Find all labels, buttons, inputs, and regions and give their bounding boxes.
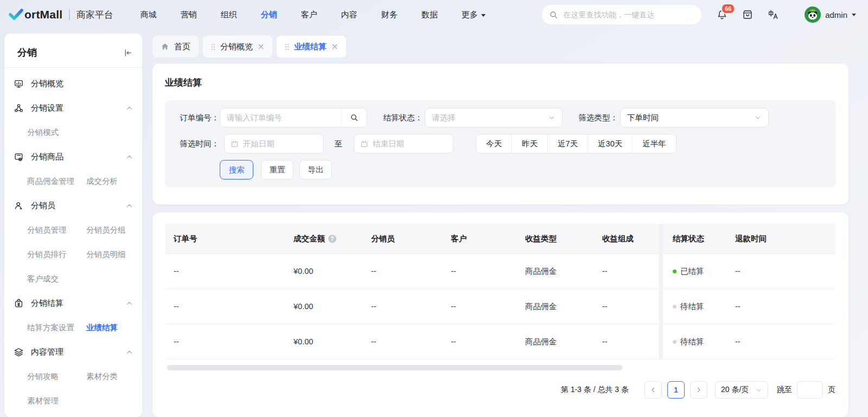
sidebar-subrow: 结算方案设置 业绩结算	[4, 316, 142, 340]
next-page-button[interactable]	[690, 381, 707, 399]
topbar: ortMall 商家平台 商城 营销 组织 分销 客户 内容 财务 数据 更多	[0, 0, 868, 29]
sidebar-item-commission[interactable]: 商品佣金管理	[27, 176, 86, 187]
reset-button[interactable]: 重置	[261, 160, 293, 179]
quick-range-half-year[interactable]: 近半年	[632, 134, 676, 153]
search-button[interactable]: 搜索	[220, 160, 253, 179]
nav-item-marketing[interactable]: 营销	[181, 10, 197, 20]
sidebar-item-label: 分销结算	[31, 298, 63, 309]
quick-range-yesterday[interactable]: 昨天	[512, 134, 547, 153]
pagination: 第 1-3 条 / 总共 3 条 1 20 条/页 跳至 页	[561, 381, 835, 399]
store-button[interactable]	[742, 9, 754, 21]
col-income-comp: 收益组成	[602, 234, 659, 244]
jump-page-input[interactable]	[802, 386, 818, 394]
cell-settle-status: 已结算	[673, 266, 735, 277]
order-number-input[interactable]	[227, 113, 335, 122]
nav-item-more[interactable]: 更多	[462, 10, 486, 20]
start-date-input[interactable]: 开始日期	[224, 134, 324, 153]
sidebar-item-deal-analysis[interactable]: 成交分析	[86, 176, 118, 187]
sidebar-item-material-manage[interactable]: 素材管理	[27, 396, 86, 406]
sidebar-title: 分销	[17, 46, 37, 59]
date-placeholder: 开始日期	[243, 139, 275, 149]
col-income-type: 收益类型	[525, 234, 602, 244]
sidebar-item-dist-group[interactable]: 分销员分组	[86, 225, 126, 235]
search-icon	[549, 10, 558, 20]
col-refund-time: 退款时间	[735, 234, 835, 244]
sidebar-group-goods[interactable]: 分销商品	[4, 145, 142, 169]
money-pouch-icon	[14, 298, 24, 309]
sidebar-subrow: 商品佣金管理 成交分析	[4, 169, 142, 194]
sidebar-item-customer-deal[interactable]: 客户成交	[27, 274, 86, 284]
filter-type-select[interactable]: 下单时间	[620, 108, 769, 127]
quick-range-7d[interactable]: 近7天	[547, 134, 588, 153]
calendar-icon	[231, 140, 239, 148]
cell-distributor: --	[371, 302, 451, 311]
sidebar-item-mode[interactable]: 分销模式	[27, 127, 86, 138]
prev-page-button[interactable]	[644, 381, 662, 399]
home-icon	[161, 42, 169, 51]
nav-item-org[interactable]: 组织	[221, 10, 237, 20]
cell-customer: --	[451, 337, 525, 346]
sidebar-item-dist-manage[interactable]: 分销员管理	[27, 225, 86, 235]
nav-item-distribution[interactable]: 分销	[261, 10, 277, 20]
sidebar-item-dist-rank[interactable]: 分销员排行	[27, 249, 86, 260]
sidebar-item-label: 分销商品	[31, 152, 63, 162]
sidebar-group-settings[interactable]: 分销设置	[4, 96, 142, 120]
tab-label: 首页	[174, 42, 190, 52]
close-icon[interactable]	[258, 43, 264, 50]
nav-item-content[interactable]: 内容	[341, 10, 358, 20]
tab-distribution-overview[interactable]: 分销概览	[203, 36, 272, 57]
nav-item-finance[interactable]: 财务	[381, 10, 398, 20]
nav-item-data[interactable]: 数据	[422, 10, 438, 20]
order-search-button[interactable]	[341, 108, 367, 127]
nav-item-mall[interactable]: 商城	[141, 10, 157, 20]
drag-handle-icon	[285, 43, 289, 50]
person-icon	[14, 201, 24, 211]
col-amount: 成交金额 ?	[293, 234, 371, 244]
collapse-sidebar-button[interactable]	[123, 48, 132, 57]
sidebar-item-dist-detail[interactable]: 分销员明细	[86, 249, 126, 260]
horizontal-scrollbar[interactable]	[167, 365, 622, 370]
nav-item-customer[interactable]: 客户	[301, 10, 317, 20]
settle-status-label: 结算状态：	[378, 108, 423, 127]
sidebar-item-settle-plan[interactable]: 结算方案设置	[27, 323, 86, 333]
sidebar-item-overview[interactable]: 分销概览	[4, 72, 142, 96]
col-distributor: 分销员	[371, 234, 451, 244]
cell-amount: ¥0.00	[293, 267, 371, 275]
select-value: 下单时间	[627, 113, 659, 123]
sidebar-group-content[interactable]: 内容管理	[4, 340, 142, 364]
cell-refund-time: --	[735, 302, 835, 311]
sidebar-item-guide[interactable]: 分销攻略	[27, 371, 86, 382]
settle-status-select[interactable]: 请选择	[425, 108, 563, 127]
chevron-down-icon	[754, 114, 762, 121]
sidebar-group-settlement[interactable]: 分销结算	[4, 291, 142, 316]
sidebar-header: 分销	[4, 34, 142, 67]
close-icon[interactable]	[331, 43, 338, 50]
chevron-up-icon	[126, 105, 133, 112]
sidebar-group-distributors[interactable]: 分销员	[4, 194, 142, 218]
sidebar-item-material-cat[interactable]: 素材分类	[86, 371, 118, 382]
tab-home[interactable]: 首页	[152, 36, 199, 57]
logo-check-icon	[9, 9, 23, 21]
quick-range-today[interactable]: 今天	[476, 134, 512, 153]
username: admin	[825, 10, 847, 20]
global-search[interactable]	[542, 5, 701, 24]
page-number-1[interactable]: 1	[667, 381, 685, 399]
page-size-select[interactable]: 20 条/页	[715, 381, 768, 399]
logo[interactable]: ortMall 商家平台	[9, 8, 113, 21]
tab-performance-settlement[interactable]: 业绩结算	[277, 36, 346, 57]
chevron-up-icon	[126, 349, 133, 356]
sidebar-item-performance[interactable]: 业绩结算	[86, 323, 118, 333]
global-search-input[interactable]	[563, 10, 694, 19]
status-dot	[673, 270, 676, 273]
language-button[interactable]	[767, 9, 779, 21]
end-date-input[interactable]: 结束日期	[354, 134, 454, 153]
user-menu[interactable]: admin	[805, 7, 856, 23]
cell-customer: --	[451, 302, 525, 311]
jump-page-input-wrap	[797, 381, 823, 399]
fixed-column-divider	[659, 224, 663, 254]
help-icon[interactable]: ?	[328, 235, 336, 243]
chevron-down-icon	[548, 114, 556, 121]
notifications-button[interactable]: 66	[716, 9, 728, 21]
export-button[interactable]: 导出	[299, 160, 332, 179]
quick-range-30d[interactable]: 近30天	[588, 134, 632, 153]
